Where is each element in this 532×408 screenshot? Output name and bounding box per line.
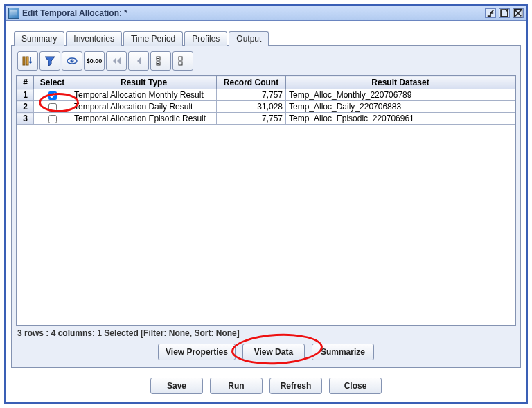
format-icon: $0.00 xyxy=(87,57,103,64)
output-panel: $0.00 xyxy=(11,45,521,368)
sort-columns-button[interactable] xyxy=(17,51,38,71)
status-line: 3 rows : 4 columns: 1 Selected [Filter: … xyxy=(16,326,516,341)
first-icon xyxy=(110,55,123,67)
minimize-icon xyxy=(486,8,495,18)
table-row[interactable]: 3 Temporal Allocation Episodic Result 7,… xyxy=(17,113,515,125)
select-all-icon xyxy=(154,55,167,67)
row-select-cell[interactable] xyxy=(34,101,71,113)
summarize-button[interactable]: Summarize xyxy=(312,344,374,360)
close-button[interactable]: Close xyxy=(329,378,382,394)
cell-result-type: Temporal Allocation Monthly Result xyxy=(71,89,217,101)
close-icon xyxy=(513,8,523,18)
clear-selection-button[interactable] xyxy=(172,51,193,71)
tab-summary[interactable]: Summary xyxy=(14,31,64,46)
eye-icon xyxy=(66,55,78,67)
run-button[interactable]: Run xyxy=(210,378,263,394)
view-properties-button[interactable]: View Properties xyxy=(158,344,236,360)
col-rownum[interactable]: # xyxy=(17,76,34,89)
prev-icon xyxy=(132,55,145,67)
row-select-checkbox[interactable] xyxy=(48,91,57,100)
maximize-button[interactable] xyxy=(499,8,510,18)
dialog-window: Edit Temporal Allocation: * Summary Inve… xyxy=(4,4,528,404)
clear-selection-icon xyxy=(177,55,189,67)
filter-button[interactable] xyxy=(39,51,60,71)
tab-time-period[interactable]: Time Period xyxy=(123,31,183,46)
sort-columns-icon xyxy=(21,55,34,67)
first-page-button[interactable] xyxy=(106,51,127,71)
col-select[interactable]: Select xyxy=(34,76,71,89)
svg-point-5 xyxy=(71,60,74,63)
cell-result-dataset: Temp_Alloc_Episodic_220706961 xyxy=(286,113,515,125)
row-select-checkbox[interactable] xyxy=(48,115,57,123)
table-row[interactable]: 1 Temporal Allocation Monthly Result 7,7… xyxy=(17,89,515,101)
svg-rect-10 xyxy=(179,62,182,65)
save-button[interactable]: Save xyxy=(150,378,203,394)
cell-record-count: 7,757 xyxy=(217,113,286,125)
showhide-button[interactable] xyxy=(62,51,82,71)
cell-result-type: Temporal Allocation Daily Result xyxy=(71,101,217,113)
col-result-type[interactable]: Result Type xyxy=(71,76,217,89)
cell-result-type: Temporal Allocation Episodic Result xyxy=(71,113,217,125)
cell-result-dataset: Temp_Alloc_Daily_220706883 xyxy=(286,101,515,113)
window-title: Edit Temporal Allocation: * xyxy=(22,8,485,18)
svg-rect-3 xyxy=(26,57,28,65)
filter-icon xyxy=(44,55,56,67)
app-icon xyxy=(8,8,19,19)
tab-profiles[interactable]: Profiles xyxy=(184,31,227,46)
dialog-button-row: Save Run Refresh Close xyxy=(11,368,521,397)
svg-rect-9 xyxy=(179,57,182,60)
row-number: 2 xyxy=(17,101,34,113)
row-select-cell[interactable] xyxy=(34,113,71,125)
tab-row: Summary Inventories Time Period Profiles… xyxy=(11,30,521,45)
titlebar: Edit Temporal Allocation: * xyxy=(6,6,526,21)
table-row[interactable]: 2 Temporal Allocation Daily Result 31,02… xyxy=(17,101,515,113)
cell-record-count: 31,028 xyxy=(217,101,286,113)
maximize-icon xyxy=(499,8,509,18)
row-select-checkbox[interactable] xyxy=(48,103,57,112)
cell-record-count: 7,757 xyxy=(217,89,286,101)
window-controls xyxy=(485,8,524,18)
content-area: Summary Inventories Time Period Profiles… xyxy=(6,21,526,402)
refresh-button[interactable]: Refresh xyxy=(269,378,322,394)
tab-output[interactable]: Output xyxy=(229,31,269,46)
minimize-button[interactable] xyxy=(485,8,496,18)
view-data-button[interactable]: View Data xyxy=(242,344,305,360)
results-table: # Select Result Type Record Count Result… xyxy=(17,76,515,125)
output-button-row: View Properties View Data Summarize xyxy=(16,341,516,363)
format-button[interactable]: $0.00 xyxy=(84,51,105,71)
results-table-wrap[interactable]: # Select Result Type Record Count Result… xyxy=(16,75,516,326)
prev-page-button[interactable] xyxy=(128,51,149,71)
svg-rect-2 xyxy=(23,57,25,65)
col-result-dataset[interactable]: Result Dataset xyxy=(286,76,515,89)
row-number: 3 xyxy=(17,113,34,125)
cell-result-dataset: Temp_Alloc_Monthly_220706789 xyxy=(286,89,515,101)
row-select-cell[interactable] xyxy=(34,89,71,101)
svg-point-6 xyxy=(72,60,73,61)
toolbar: $0.00 xyxy=(16,50,516,75)
tab-inventories[interactable]: Inventories xyxy=(66,31,122,46)
row-number: 1 xyxy=(17,89,34,101)
close-window-button[interactable] xyxy=(513,8,524,18)
col-record-count[interactable]: Record Count xyxy=(217,76,286,89)
select-all-button[interactable] xyxy=(150,51,171,71)
